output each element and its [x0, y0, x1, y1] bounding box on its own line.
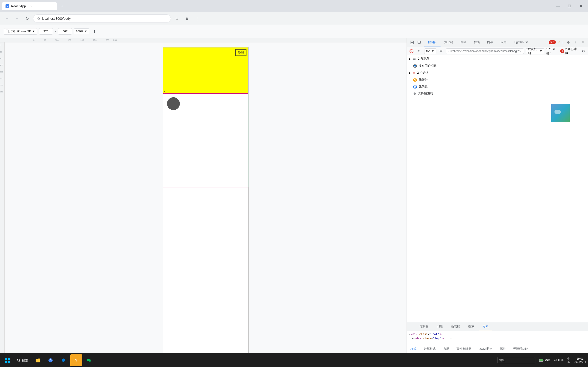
console-item-no-verbose[interactable]: ⚙ 无详细消息: [407, 90, 588, 97]
menu-button[interactable]: ⋮: [193, 15, 201, 23]
refresh-button[interactable]: ↻: [23, 15, 31, 23]
url-filter-close-button[interactable]: ✕: [519, 49, 522, 53]
svg-text:R: R: [7, 5, 8, 8]
bottom-tab-console[interactable]: 控制台: [416, 322, 432, 331]
taskbar-clock: 19:01 2023/6/11: [574, 357, 586, 364]
svg-rect-10: [418, 41, 421, 43]
tab-memory[interactable]: 内存: [484, 38, 497, 47]
inspect-element-button[interactable]: [409, 39, 415, 46]
device-toolbar-button[interactable]: [416, 39, 422, 46]
svg-rect-19: [8, 358, 10, 360]
style-tab-accessibility[interactable]: 无障碍功能: [510, 345, 532, 353]
info-icon: ℹ: [413, 85, 417, 89]
tab-sources[interactable]: 源代码: [441, 38, 457, 47]
device-more-options[interactable]: ⋮: [91, 28, 98, 35]
console-item-no-info[interactable]: ℹ 无信息: [407, 83, 588, 90]
bottom-tab-more-button[interactable]: ⋮: [409, 323, 415, 330]
lang-indicator: 中: [567, 357, 570, 361]
taskbar-yd[interactable]: Y: [70, 354, 82, 366]
profile-button[interactable]: [183, 15, 191, 23]
console-settings-button[interactable]: ⚙: [580, 48, 586, 54]
zoom-selector[interactable]: 100% ▼: [74, 28, 89, 34]
style-tab-layout[interactable]: 布局: [439, 345, 453, 353]
yellow-section: 添加: [163, 48, 248, 93]
dom-line-top[interactable]: ▶ <div class="Top" > fo: [409, 336, 586, 340]
svg-point-6: [7, 32, 7, 33]
warning-count-badge: ⚠ 1: [557, 40, 564, 44]
taskbar: 搜索 Y 地址 99% 28°C 晴: [0, 353, 588, 367]
dom-panel: ▼ <div class="Root" > ▶ <div class="Top"…: [407, 331, 588, 345]
tab-close-button[interactable]: ✕: [30, 4, 33, 8]
svg-point-29: [88, 359, 91, 362]
svg-point-22: [17, 359, 19, 361]
style-tab-styles[interactable]: 样式: [407, 345, 420, 353]
system-tray-lang[interactable]: 中 中: [567, 357, 570, 364]
url-text: localhost:3000/body: [42, 17, 167, 20]
url-filter-input[interactable]: -url:chrome-extension://eoahkidfepnamlac…: [446, 48, 524, 54]
taskbar-edge[interactable]: [57, 354, 69, 366]
style-tab-computed[interactable]: 计算样式: [420, 345, 439, 353]
style-tab-event-listeners[interactable]: 事件监听器: [453, 345, 475, 353]
height-input[interactable]: [58, 28, 72, 35]
devtools-more-button[interactable]: ⋮: [572, 39, 579, 46]
taskbar-browser[interactable]: [44, 354, 57, 366]
taskbar-search[interactable]: 搜索: [14, 354, 31, 366]
console-group-messages: ▶ 2 条消息: [407, 55, 588, 62]
devtools-settings-button[interactable]: ⚙: [565, 39, 571, 46]
address-input-taskbar[interactable]: [506, 359, 533, 362]
tab-application[interactable]: 应用: [497, 38, 510, 47]
tab-console[interactable]: 控制台: [424, 38, 441, 47]
bottom-tab-elements[interactable]: 元素: [479, 322, 492, 331]
taskbar-file-explorer[interactable]: [32, 354, 44, 366]
clear-console-button[interactable]: 🚫: [409, 48, 415, 54]
console-item-no-user[interactable]: 👤 没有用户消息: [407, 62, 588, 69]
device-selector[interactable]: 尺寸: iPhone SE ▼: [4, 28, 37, 35]
svg-rect-18: [5, 358, 7, 360]
lang-mode: 中: [568, 361, 570, 364]
dom-tag-close: >: [440, 333, 442, 336]
start-button[interactable]: [2, 355, 13, 366]
dom-tag-div: <div: [411, 333, 417, 336]
add-button[interactable]: 添加: [235, 49, 246, 56]
console-errors-header[interactable]: ▶ ✕ 2 个错误: [407, 69, 588, 76]
phone-frame: 添加 0: [163, 47, 249, 362]
maximize-button[interactable]: ☐: [564, 2, 575, 10]
address-bar-taskbar[interactable]: 地址: [497, 357, 536, 363]
taskbar-wechat[interactable]: [83, 354, 95, 366]
dom-line-root[interactable]: ▼ <div class="Root" >: [409, 332, 586, 336]
close-button[interactable]: ✕: [576, 2, 586, 10]
tab-lighthouse[interactable]: Lighthouse: [510, 38, 532, 47]
title-bar: R React App ✕ + — ☐ ✕: [0, 0, 588, 12]
error-count: 2: [553, 41, 554, 44]
width-input[interactable]: [39, 28, 53, 35]
dom-expand-top-icon[interactable]: ▶: [412, 337, 414, 340]
window-controls: — ☐ ✕: [553, 2, 586, 10]
bottom-tab-issues[interactable]: 问题: [433, 322, 447, 331]
browser-tab[interactable]: R React App ✕: [2, 2, 57, 10]
forward-button[interactable]: →: [13, 15, 21, 23]
dom-expand-icon[interactable]: ▼: [409, 333, 410, 335]
lock-icon: [37, 17, 40, 20]
svg-rect-32: [540, 359, 543, 361]
tab-network[interactable]: 网络: [457, 38, 470, 47]
minimize-button[interactable]: —: [553, 2, 563, 10]
tab-performance[interactable]: 性能: [470, 38, 484, 47]
style-tab-properties[interactable]: 属性: [496, 345, 510, 353]
console-messages-header[interactable]: ▶ 2 条消息: [407, 55, 588, 62]
console-item-no-warning[interactable]: ⚠ 无警告: [407, 76, 588, 83]
eye-icon-button[interactable]: 👁: [438, 48, 444, 54]
new-tab-button[interactable]: +: [59, 3, 65, 9]
device-bar: 尺寸: iPhone SE ▼ × 100% ▼ ⋮: [0, 25, 588, 38]
address-bar[interactable]: localhost:3000/body: [33, 15, 171, 23]
bottom-tab-new-features[interactable]: 新功能: [447, 322, 464, 331]
bookmark-button[interactable]: ☆: [173, 15, 181, 23]
bottom-tab-search[interactable]: 搜索: [465, 322, 478, 331]
log-level-dropdown[interactable]: 默认级别 ▼: [526, 48, 544, 54]
back-button[interactable]: ←: [3, 15, 11, 23]
console-group-errors: ▶ ✕ 2 个错误: [407, 69, 588, 76]
devtools-close-button[interactable]: ✕: [580, 39, 586, 46]
style-tab-dom-breakpoints[interactable]: DOM 断点: [475, 345, 496, 353]
filter-icon-button[interactable]: ⊘: [416, 48, 422, 54]
context-filter-dropdown[interactable]: top ▼: [424, 48, 436, 54]
chevron-down-icon-level: ▼: [539, 49, 542, 53]
